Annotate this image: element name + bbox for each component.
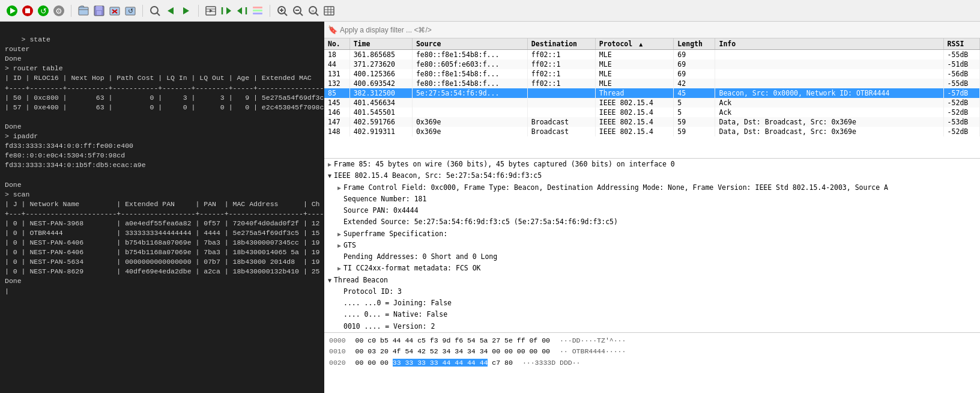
packet-cell-5: 59 — [674, 117, 715, 127]
packet-details[interactable]: ▶ Frame 85: 45 bytes on wire (360 bits),… — [324, 159, 980, 333]
col-time[interactable]: Time — [349, 38, 412, 50]
packet-row[interactable]: 132400.693542fe80::f8e1:54b8:f...ff02::1… — [324, 79, 980, 88]
go-last-button[interactable] — [235, 4, 249, 18]
save-file-button[interactable] — [92, 4, 106, 18]
packet-row[interactable]: 85382.3125005e:27:5a:54:f6:9d...Thread45… — [324, 88, 980, 98]
svg-marker-19 — [168, 7, 174, 14]
stop-capture-button[interactable] — [20, 4, 35, 18]
packet-cell-0: 18 — [324, 50, 349, 60]
open-file-button[interactable] — [76, 4, 91, 18]
packet-cell-1: 400.125366 — [349, 69, 412, 79]
detail-item-text: TI CC24xx-format metadata: FCS OK — [343, 263, 480, 273]
colorize-button[interactable] — [250, 4, 265, 18]
navigation-controls — [204, 4, 265, 18]
capture-controls: ↺ ⚙ — [5, 4, 66, 18]
packet-row[interactable]: 145401.456634IEEE 802.15.45Ack-52dB — [324, 98, 980, 108]
start-capture-button[interactable] — [5, 4, 19, 18]
packet-list[interactable]: No. Time Source Destination Protocol ▲ L… — [324, 38, 980, 159]
detail-item[interactable]: 0010 .... = Version: 2 — [324, 321, 980, 332]
detail-item[interactable]: ▶Frame Control Field: 0xc000, Frame Type… — [324, 182, 980, 193]
zoom-controls: = — [275, 4, 336, 18]
zoom-reset-button[interactable]: = — [306, 4, 321, 18]
packet-cell-4: IEEE 802.15.4 — [595, 108, 674, 117]
col-info[interactable]: Info — [715, 38, 943, 50]
go-forward-button[interactable] — [179, 4, 193, 18]
col-rssi[interactable]: RSSI — [943, 38, 979, 50]
terminal-panel[interactable]: > state router Done > router table | ID … — [0, 22, 324, 393]
svg-rect-30 — [253, 10, 262, 11]
packet-cell-5: 42 — [674, 79, 715, 88]
capture-options-button[interactable]: ⚙ — [52, 4, 66, 18]
svg-rect-42 — [324, 7, 334, 15]
packet-cell-4: IEEE 802.15.4 — [595, 98, 674, 108]
frame-summary-text: Frame 85: 45 bytes on wire (360 bits), 4… — [334, 159, 675, 169]
packet-cell-7: -55dB — [943, 79, 979, 88]
restart-capture-button[interactable]: ↺ — [36, 4, 50, 18]
close-file-button[interactable] — [107, 4, 122, 18]
go-back-button[interactable] — [163, 4, 178, 18]
hex-offset: 0000 — [329, 335, 346, 346]
main-content: > state router Done > router table | ID … — [0, 22, 980, 393]
packet-cell-3: Broadcast — [527, 117, 595, 127]
find-packet-button[interactable] — [148, 4, 162, 18]
detail-item[interactable]: ▶TI CC24xx-format metadata: FCS OK — [324, 263, 980, 274]
detail-item[interactable]: ▶GTS — [324, 240, 980, 251]
search-controls — [148, 4, 193, 18]
packet-row[interactable]: 146401.545501IEEE 802.15.45Ack-52dB — [324, 108, 980, 117]
go-to-packet-button[interactable] — [204, 4, 218, 18]
detail-item[interactable]: ▶Superframe Specification: — [324, 228, 980, 240]
column-prefs-button[interactable] — [322, 4, 336, 18]
col-length[interactable]: Length — [674, 38, 715, 50]
hex-dump[interactable]: 000000 c0 b5 44 44 c5 f3 9d f6 54 5a 27 … — [324, 333, 980, 393]
col-protocol[interactable]: Protocol ▲ — [595, 38, 674, 50]
packet-cell-0: 148 — [324, 127, 349, 136]
packet-row[interactable]: 18361.865685fe80::f8e1:54b8:f...ff02::1M… — [324, 50, 980, 60]
packet-cell-1: 371.273620 — [349, 59, 412, 69]
svg-line-33 — [284, 13, 287, 16]
packet-row[interactable]: 147402.5917660x369eBroadcastIEEE 802.15.… — [324, 117, 980, 127]
ieee-summary[interactable]: ▼ IEEE 802.15.4 Beacon, Src: 5e:27:5a:54… — [324, 170, 980, 181]
go-first-button[interactable] — [219, 4, 234, 18]
detail-item[interactable]: Pending Addresses: 0 Short and 0 Long — [324, 251, 980, 263]
packet-cell-4: MLE — [595, 50, 674, 60]
zoom-out-button[interactable] — [291, 4, 305, 18]
svg-rect-10 — [96, 6, 102, 10]
svg-rect-8 — [79, 7, 88, 15]
zoom-in-button[interactable] — [275, 4, 289, 18]
packet-cell-0: 85 — [324, 88, 349, 98]
packet-row[interactable]: 148402.9193110x369eBroadcastIEEE 802.15.… — [324, 127, 980, 136]
expand-arrow-icon: ▶ — [337, 230, 341, 239]
packet-cell-5: 45 — [674, 88, 715, 98]
filter-input[interactable] — [340, 26, 976, 34]
detail-item[interactable]: .... ...0 = Joining: False — [324, 297, 980, 309]
packet-cell-7: -55dB — [943, 50, 979, 60]
detail-item-text: Frame Control Field: 0xc000, Frame Type:… — [343, 183, 888, 193]
packet-cell-6: Data, Dst: Broadcast, Src: 0x369e — [715, 127, 943, 136]
packet-cell-4: MLE — [595, 79, 674, 88]
separator-1 — [71, 5, 71, 17]
frame-summary[interactable]: ▶ Frame 85: 45 bytes on wire (360 bits),… — [324, 159, 980, 170]
packet-row[interactable]: 44371.273620fe80::605f:e603:f...ff02::1M… — [324, 59, 980, 69]
packet-cell-4: MLE — [595, 59, 674, 69]
wireshark-panel: 🔖 No. Time Source Destination Protocol ▲… — [324, 22, 980, 393]
packet-cell-3 — [527, 108, 595, 117]
detail-item[interactable]: ▼Thread Beacon — [324, 275, 980, 286]
detail-item[interactable]: Sequence Number: 181 — [324, 193, 980, 205]
detail-item[interactable]: Extended Source: 5e:27:5a:54:f6:9d:f3:c5… — [324, 216, 980, 228]
detail-item[interactable]: .... 0... = Native: False — [324, 309, 980, 320]
svg-line-37 — [300, 13, 303, 16]
reload-file-button[interactable]: ↺ — [123, 4, 138, 18]
detail-item[interactable]: Protocol ID: 3 — [324, 286, 980, 297]
col-destination[interactable]: Destination — [527, 38, 595, 50]
packet-cell-0: 147 — [324, 117, 349, 127]
svg-rect-29 — [253, 7, 262, 8]
packet-cell-6: Beacon, Src: 0x0000, Network ID: OTBR444… — [715, 88, 943, 98]
svg-marker-20 — [183, 7, 189, 14]
packet-cell-1: 401.456634 — [349, 98, 412, 108]
packet-row[interactable]: 131400.125366fe80::f8e1:54b8:f...ff02::1… — [324, 69, 980, 79]
col-no[interactable]: No. — [324, 38, 349, 50]
svg-marker-24 — [210, 9, 213, 13]
col-source[interactable]: Source — [412, 38, 527, 50]
detail-item[interactable]: Source PAN: 0x4444 — [324, 205, 980, 216]
packet-cell-1: 361.865685 — [349, 50, 412, 60]
